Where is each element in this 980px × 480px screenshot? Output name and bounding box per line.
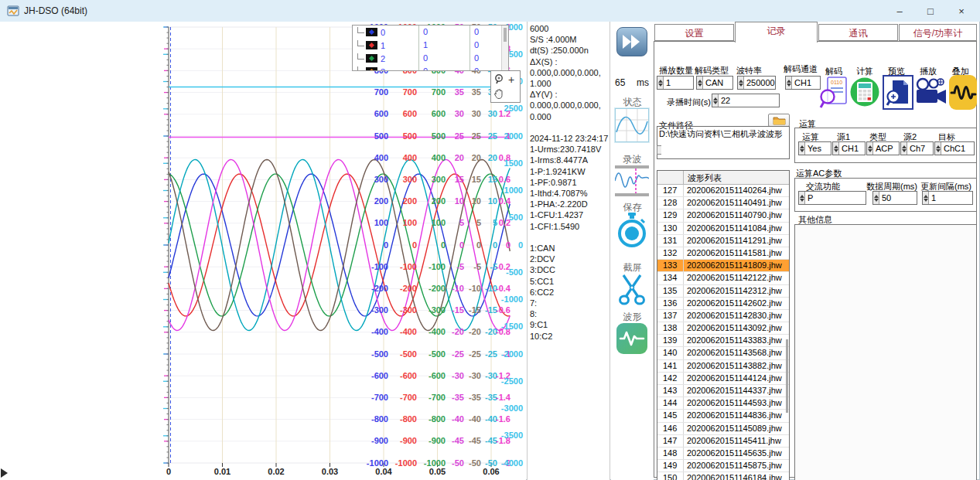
file-list-row[interactable]: 13520200620151142312.jhw	[657, 285, 789, 298]
file-list-row[interactable]: 13320200620151141809.jhw	[657, 260, 789, 272]
file-name: 20200620151141581.jhw	[684, 247, 789, 259]
file-list-row[interactable]: 13920200620151143383.jhw	[657, 335, 789, 347]
file-list-row[interactable]: 13120200620151141291.jhw	[657, 235, 789, 247]
fast-forward-button[interactable]	[616, 27, 647, 56]
y-axis-tick-label: -100	[400, 262, 417, 272]
waveform-chart[interactable]	[0, 22, 526, 480]
browse-folder-button[interactable]	[768, 114, 790, 127]
file-list-row[interactable]: 13220200620151141581.jhw	[657, 247, 789, 260]
data-period-field[interactable]: 50	[872, 191, 917, 205]
record-time-field[interactable]: 22	[712, 94, 780, 107]
minimize-button[interactable]: –	[884, 0, 915, 22]
decode-button[interactable]: 0110	[818, 75, 849, 110]
stopwatch-icon[interactable]	[617, 213, 647, 248]
decode-channel-field[interactable]: CH1	[785, 76, 821, 90]
y-axis-tick-label: 0	[518, 240, 523, 250]
op-type-field[interactable]: ACP	[866, 141, 900, 155]
spinner-arrows[interactable]	[873, 192, 879, 204]
op-source2-field[interactable]: Ch7	[900, 141, 934, 155]
file-list-row[interactable]: 14820200620151145635.jhw	[657, 448, 789, 460]
file-list-row[interactable]: 14520200620151144836.jhw	[657, 410, 789, 422]
spinner-arrows[interactable]	[786, 77, 792, 89]
waveform-app-icon[interactable]	[616, 323, 647, 354]
y-axis-tick-label: 25	[472, 131, 481, 141]
file-name: 20200620151143568.jhw	[684, 347, 789, 359]
file-index: 138	[657, 322, 684, 334]
tab-信号/功率计[interactable]: 信号/功率计	[899, 24, 977, 41]
decode-type-field[interactable]: CAN	[696, 76, 733, 90]
file-list-row[interactable]: 13720200620151142830.jhw	[657, 310, 789, 322]
waveform-file-list[interactable]: 波形列表 12720200620151140264.jhw12820200620…	[657, 170, 790, 480]
status-sine-icon[interactable]	[615, 108, 649, 142]
file-list-row[interactable]: 14420200620151144593.jhw	[657, 397, 789, 410]
legend-row[interactable]: 110	[353, 39, 508, 52]
file-name: 20200620151145635.jhw	[684, 448, 789, 459]
tab-通讯[interactable]: 通讯	[818, 24, 898, 41]
calc-button[interactable]	[850, 77, 879, 108]
legend-row[interactable]: 300	[353, 65, 508, 71]
file-list-row[interactable]: 14720200620151145411.jhw	[657, 435, 789, 448]
x-axis-tick-label: 0	[149, 467, 188, 476]
file-list-scrollbar[interactable]	[786, 339, 788, 413]
file-index: 143	[657, 385, 684, 397]
zoom-magnifier-icon[interactable]	[493, 73, 506, 86]
file-name: 20200620151144124.jhw	[684, 373, 789, 384]
file-list-row[interactable]: 13820200620151143092.jhw	[657, 322, 789, 335]
spinner-arrows[interactable]	[697, 77, 703, 89]
legend-row[interactable]: 200	[353, 52, 508, 65]
file-list-row[interactable]: 13020200620151141084.jhw	[657, 223, 789, 235]
file-list-row[interactable]: 14020200620151143568.jhw	[657, 347, 789, 359]
spinner-arrows[interactable]	[657, 77, 664, 89]
spinner-arrows[interactable]	[923, 192, 929, 204]
file-path-box[interactable]: D:\快速访问资料\三相机录波波形	[657, 126, 790, 159]
maximize-button[interactable]: □	[915, 0, 946, 22]
channel-legend-table[interactable]: 000110200300	[352, 25, 509, 71]
spinner-arrows[interactable]	[833, 142, 839, 155]
file-list-row[interactable]: 12720200620151140264.jhw	[657, 185, 789, 197]
pan-hand-icon[interactable]	[493, 88, 504, 100]
y-axis-tick-label: -500	[506, 267, 523, 277]
close-button[interactable]: ×	[946, 0, 977, 22]
spinner-arrows[interactable]	[799, 142, 805, 155]
file-list-row[interactable]: 14120200620151143882.jhw	[657, 360, 789, 373]
file-list-row[interactable]: 13420200620151142122.jhw	[657, 272, 789, 284]
op-target-field[interactable]: ChC1	[934, 141, 975, 155]
file-list-row[interactable]: 14220200620151144124.jhw	[657, 373, 789, 385]
legend-scrollbar[interactable]	[501, 26, 508, 70]
file-list-row[interactable]: 14620200620151145089.jhw	[657, 423, 789, 435]
file-list-row[interactable]: 14320200620151144337.jhw	[657, 385, 789, 397]
update-interval-field[interactable]: 1	[922, 191, 973, 205]
baud-rate-field[interactable]: 250000	[737, 76, 776, 90]
legend-row[interactable]: 000	[353, 26, 508, 39]
legend-marker-icon	[366, 54, 377, 63]
info-line: dt(S) :250.000n	[530, 45, 610, 56]
op-source1-field[interactable]: CH1	[832, 141, 866, 155]
file-list-row[interactable]: 12820200620151140491.jhw	[657, 197, 789, 209]
scissors-icon[interactable]	[617, 274, 647, 306]
op-enable-field[interactable]: Yes	[798, 141, 831, 155]
tab-记录[interactable]: 记录	[735, 22, 818, 43]
record-wave-icon[interactable]	[615, 165, 649, 196]
tab-设置[interactable]: 设置	[654, 24, 734, 41]
file-list-row[interactable]: 14920200620151145875.jhw	[657, 460, 789, 472]
spinner-arrows[interactable]	[738, 77, 744, 89]
file-name: 20200620151143092.jhw	[684, 322, 789, 334]
overlay-button[interactable]	[949, 75, 977, 110]
play-button[interactable]	[915, 77, 948, 108]
file-list-row[interactable]: 12920200620151140790.jhw	[657, 209, 789, 222]
spinner-arrows[interactable]	[712, 94, 719, 107]
spinner-arrows[interactable]	[901, 142, 907, 155]
ac-function-field[interactable]: P	[798, 191, 866, 205]
file-name: 20200620151145089.jhw	[684, 423, 789, 434]
file-list-row[interactable]: 15020200620151146184.jhw	[657, 472, 789, 480]
spinner-arrows[interactable]	[867, 142, 873, 155]
preview-button[interactable]	[883, 75, 913, 110]
graph-tools-palette[interactable]: +	[490, 70, 521, 103]
spinner-arrows[interactable]	[799, 192, 805, 204]
y-axis-tick-label: 0.6	[499, 175, 510, 185]
y-axis-tick-label: 1000	[504, 186, 523, 196]
other-info-box[interactable]	[794, 224, 977, 480]
spinner-arrows[interactable]	[935, 142, 941, 155]
play-count-field[interactable]: 1	[657, 76, 694, 90]
file-list-row[interactable]: 13620200620151142602.jhw	[657, 298, 789, 310]
